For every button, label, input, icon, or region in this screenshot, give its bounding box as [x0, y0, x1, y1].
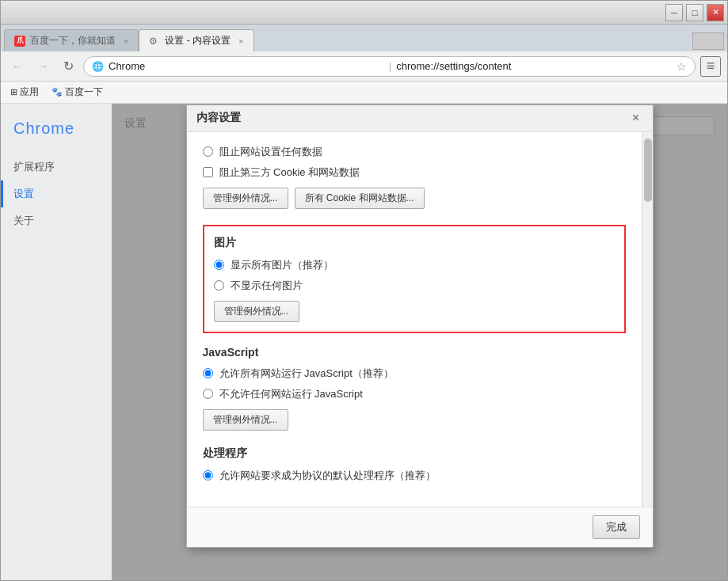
dialog-title: 内容设置 [196, 111, 241, 125]
javascript-section: JavaScript 允许所有网站运行 JavaScript（推荐） 不允许任何… [203, 346, 626, 431]
show-all-images-radio[interactable] [214, 260, 224, 270]
chrome-menu-button[interactable]: ≡ [700, 56, 721, 77]
close-button[interactable]: ✕ [707, 4, 724, 21]
dialog-body: 阻止网站设置任何数据 阻止第三方 Cookie 和网站数据 管理例外情况... … [187, 132, 642, 507]
tab-baidu[interactable]: 爪 百度一下，你就知道 × [4, 29, 139, 51]
block-js-radio[interactable] [203, 389, 213, 399]
allow-handlers-option: 允许网站要求成为协议的默认处理程序（推荐） [203, 469, 626, 483]
address-globe-icon: 🌐 [92, 61, 104, 72]
bookmark-apps-label: 应用 [20, 85, 39, 99]
cookies-buttons: 管理例外情况... 所有 Cookie 和网站数据... [203, 188, 626, 209]
handlers-section-title: 处理程序 [203, 446, 626, 461]
block-third-party-option: 阻止第三方 Cookie 和网站数据 [203, 165, 626, 180]
all-cookies-data-button[interactable]: 所有 Cookie 和网站数据... [295, 188, 425, 209]
tab-extra [692, 32, 724, 50]
sidebar-item-extensions[interactable]: 扩展程序 [1, 154, 112, 180]
block-all-cookies-label: 阻止网站设置任何数据 [219, 145, 322, 159]
bookmarks-bar: ⊞ 应用 🐾 百度一下 [1, 82, 727, 104]
settings-favicon: ⚙ [149, 36, 160, 47]
sidebar-item-settings[interactable]: 设置 [1, 180, 112, 207]
hide-images-option: 不显示任何图片 [214, 279, 615, 293]
tab-settings-label: 设置 - 内容设置 [165, 34, 231, 47]
browser-window: ─ □ ✕ 爪 百度一下，你就知道 × ⚙ 设置 - 内容设置 × ← → ↻ … [0, 0, 728, 581]
apps-icon: ⊞ [10, 87, 17, 97]
title-bar: ─ □ ✕ [1, 1, 727, 25]
back-button[interactable]: ← [7, 56, 28, 77]
block-js-label: 不允许任何网站运行 JavaScript [219, 387, 363, 401]
forward-button[interactable]: → [32, 56, 53, 77]
hide-images-radio[interactable] [214, 280, 224, 290]
main-area: Chrome 扩展程序 设置 关于 设置 内容设置 × [1, 104, 727, 580]
allow-handlers-label: 允许网站要求成为协议的默认处理程序（推荐） [219, 469, 436, 483]
content-area: 设置 内容设置 × [112, 104, 727, 580]
show-all-images-label: 显示所有图片（推荐） [231, 258, 334, 272]
allow-js-option: 允许所有网站运行 JavaScript（推荐） [203, 366, 626, 381]
block-third-party-checkbox[interactable] [203, 167, 213, 177]
show-all-images-option: 显示所有图片（推荐） [214, 258, 615, 272]
modal-overlay: 内容设置 × 阻止网站设置任何数据 [112, 104, 727, 580]
handlers-section: 处理程序 允许网站要求成为协议的默认处理程序（推荐） [203, 446, 626, 483]
dialog-title-bar: 内容设置 × [187, 105, 653, 132]
window-controls: ─ □ ✕ [665, 4, 724, 21]
javascript-section-title: JavaScript [203, 346, 626, 359]
nav-bar: ← → ↻ 🌐 Chrome | chrome://settings/conte… [1, 51, 727, 82]
tab-baidu-close[interactable]: × [124, 36, 128, 46]
minimize-button[interactable]: ─ [665, 4, 683, 21]
hide-images-label: 不显示任何图片 [231, 279, 303, 293]
allow-handlers-radio[interactable] [203, 470, 213, 480]
tab-settings-close[interactable]: × [238, 36, 243, 46]
dialog-scrollbar-thumb [644, 139, 652, 202]
block-all-cookies-radio[interactable] [203, 146, 213, 157]
baidu-favicon: 爪 [14, 36, 25, 47]
dialog-scrollbar[interactable] [642, 132, 653, 507]
images-section: 图片 显示所有图片（推荐） 不显示任何图片 管 [203, 225, 626, 333]
dialog-close-button[interactable]: × [629, 111, 643, 125]
manage-exceptions-images-button[interactable]: 管理例外情况... [214, 301, 299, 322]
address-chrome-label: Chrome [109, 60, 384, 72]
tabs-bar: 爪 百度一下，你就知道 × ⚙ 设置 - 内容设置 × [1, 25, 727, 51]
js-buttons: 管理例外情况... [203, 409, 626, 431]
address-separator: | [389, 60, 391, 72]
block-third-party-label: 阻止第三方 Cookie 和网站数据 [219, 165, 360, 180]
manage-exceptions-cookies-button[interactable]: 管理例外情况... [203, 188, 288, 209]
sidebar-logo: Chrome [1, 120, 112, 154]
done-button[interactable]: 完成 [593, 515, 640, 539]
allow-js-label: 允许所有网站运行 JavaScript（推荐） [219, 366, 394, 381]
bookmark-star-icon[interactable]: ☆ [677, 60, 687, 73]
sidebar-item-about[interactable]: 关于 [1, 207, 112, 234]
bookmark-baidu[interactable]: 🐾 百度一下 [48, 84, 106, 101]
baidu-icon: 🐾 [51, 87, 63, 97]
bookmark-apps[interactable]: ⊞ 应用 [7, 84, 42, 101]
block-js-option: 不允许任何网站运行 JavaScript [203, 387, 626, 401]
tab-baidu-label: 百度一下，你就知道 [30, 34, 116, 47]
sidebar: Chrome 扩展程序 设置 关于 [1, 104, 112, 580]
maximize-button[interactable]: □ [686, 4, 703, 21]
tab-settings[interactable]: ⚙ 设置 - 内容设置 × [139, 29, 253, 51]
images-buttons: 管理例外情况... [214, 301, 615, 322]
address-bar[interactable]: 🌐 Chrome | chrome://settings/content ☆ [83, 56, 696, 77]
bookmark-baidu-label: 百度一下 [65, 85, 103, 99]
refresh-button[interactable]: ↻ [58, 56, 78, 77]
allow-js-radio[interactable] [203, 368, 213, 378]
manage-exceptions-js-button[interactable]: 管理例外情况... [203, 409, 288, 431]
address-url: chrome://settings/content [396, 60, 672, 72]
cookies-section: 阻止网站设置任何数据 阻止第三方 Cookie 和网站数据 管理例外情况... … [203, 145, 626, 209]
content-settings-dialog: 内容设置 × 阻止网站设置任何数据 [186, 104, 654, 548]
block-all-cookies-option: 阻止网站设置任何数据 [203, 145, 626, 159]
images-section-title: 图片 [214, 236, 615, 250]
dialog-footer: 完成 [187, 507, 653, 547]
